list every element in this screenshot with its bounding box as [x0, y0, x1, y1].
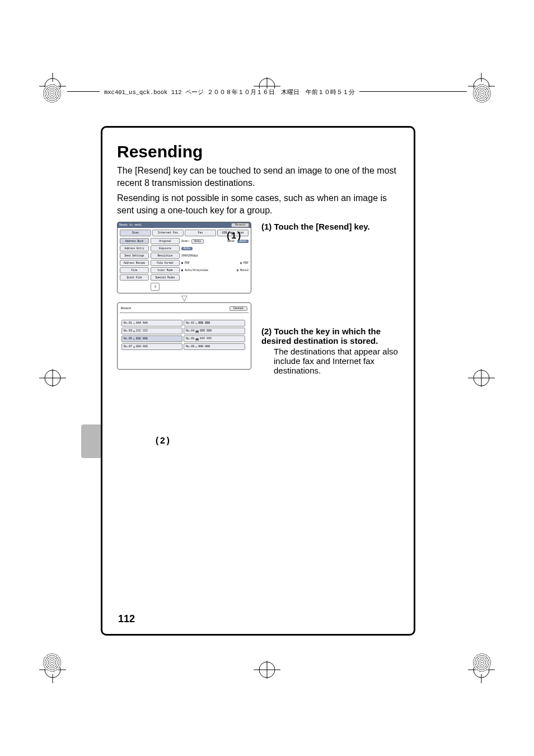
dest-no: No.08 [186, 345, 194, 348]
destination-grid: No.01 ✆ AAA AAANo.02 ✆ BBB BBBNo.03 ✉ CC… [120, 313, 249, 367]
exposure-button[interactable]: Exposure [151, 245, 180, 251]
tab-fax[interactable]: Fax [185, 230, 216, 236]
destination-item[interactable]: No.06 📠 FFF FFF [184, 335, 245, 342]
destination-item[interactable]: No.05 ✆ EEE EEE [121, 335, 182, 342]
header-filename: mxc401_us_qck.book 112 ページ ２００８年１０月１６日 木… [100, 88, 359, 96]
color-mode-value-1: Auto/Grayscale [185, 269, 208, 272]
color-icon: ▦ [181, 268, 183, 272]
page-frame: Resending The [Resend] key can be touche… [101, 126, 415, 636]
pdf-color-icon: ▦ [181, 261, 183, 265]
fax-icon: 📠 [195, 337, 199, 341]
dest-name: GGG GGG [136, 345, 148, 348]
dest-no: No.05 [124, 337, 132, 340]
page-title: Resending [117, 142, 399, 161]
file-button[interactable]: File [120, 267, 149, 273]
registration-mark [43, 653, 62, 672]
crop-mark [39, 365, 66, 391]
destination-item[interactable]: No.07 ✉ GGG GGG [121, 343, 182, 350]
file-format-value-1: PDF [185, 262, 190, 265]
status-bar: Ready to send. Resend [118, 222, 251, 228]
dest-no: No.06 [186, 337, 194, 340]
dest-name: BBB BBB [198, 321, 210, 325]
step-2-label: (2) Touch the key in which the desired d… [261, 326, 381, 346]
file-format-button[interactable]: File Format [151, 260, 180, 266]
dest-no: No.03 [124, 329, 132, 333]
tab-scan[interactable]: Scan [120, 230, 151, 236]
scan-label: Scan: [181, 240, 190, 243]
send-screen-panel: Ready to send. Resend (1) Scan Internet … [117, 222, 251, 293]
tab-internet-fax[interactable]: Internet Fax [152, 230, 184, 236]
mail-icon: ✉ [133, 329, 135, 333]
crop-mark [468, 365, 495, 391]
destination-item[interactable]: No.02 ✆ BBB BBB [184, 320, 245, 326]
color-mode-value-2: Mono2 [240, 269, 249, 272]
side-tab [81, 424, 101, 458]
color-mode-button[interactable]: Color Mode [151, 267, 180, 273]
address-review-button[interactable]: Address Review [120, 260, 149, 266]
phone-icon: ✆ [195, 321, 197, 325]
status-text: Ready to send. [119, 223, 143, 227]
preview-icon[interactable]: ⎙ [151, 283, 160, 291]
pdf-mono-icon: ▥ [240, 261, 242, 265]
resend-title: Resend [121, 307, 131, 310]
address-entry-button[interactable]: Address Entry [120, 245, 149, 251]
mono-icon: ▥ [237, 268, 238, 272]
callout-1: (1) [226, 231, 242, 241]
resolution-value: 200X200dpi [181, 254, 198, 258]
send-settings-button[interactable]: Send Settings [120, 253, 149, 259]
mail-icon: ✉ [133, 345, 135, 349]
callout-2: (2) [154, 436, 171, 446]
fax-icon: 📠 [195, 329, 199, 333]
destination-item[interactable]: No.03 ✉ CCC CCC [121, 328, 182, 334]
dest-name: FFF FFF [200, 337, 212, 340]
dest-name: AAA AAA [136, 321, 148, 325]
resend-button[interactable]: Resend [231, 223, 249, 227]
dest-name: HHH HHH [198, 345, 210, 348]
phone-icon: ✆ [133, 321, 135, 325]
resend-list-panel: Resend Cancel (2) No.01 ✆ AAA AAANo.02 ✆… [117, 302, 251, 370]
flow-arrow-icon: ▽ [117, 295, 251, 301]
cancel-button[interactable]: Cancel [229, 306, 247, 311]
dest-no: No.01 [124, 321, 132, 325]
registration-mark [472, 653, 491, 672]
dest-name: EEE EEE [136, 337, 148, 340]
intro-paragraph-2: Resending is not possible in some cases,… [117, 192, 399, 216]
dest-name: DDD DDD [200, 329, 212, 333]
intro-paragraph-1: The [Resend] key can be touched to send … [117, 165, 399, 189]
dest-name: CCC CCC [136, 329, 148, 333]
special-modes-button[interactable]: Special Modes [151, 274, 180, 281]
page-number: 112 [118, 613, 135, 625]
registration-mark [472, 84, 491, 103]
address-book-button[interactable]: Address Book [120, 238, 149, 244]
phone-icon: ✆ [195, 345, 197, 349]
step-2-description: The destinations that appear also includ… [274, 347, 399, 375]
dest-no: No.07 [124, 345, 132, 348]
destination-item[interactable]: No.04 📠 DDD DDD [184, 328, 245, 334]
dest-no: No.04 [186, 329, 194, 333]
destination-item[interactable]: No.08 ✆ HHH HHH [184, 343, 245, 350]
original-button[interactable]: Original [151, 238, 180, 244]
file-format-value-2: PDF [243, 262, 249, 265]
phone-icon: ✆ [133, 337, 135, 341]
crop-mark [254, 656, 280, 683]
dest-no: No.02 [186, 321, 194, 325]
resolution-button[interactable]: Resolution [151, 253, 180, 259]
scan-value: Auto [191, 239, 204, 244]
destination-item[interactable]: No.01 ✆ AAA AAA [121, 320, 182, 326]
exposure-value: Auto [181, 247, 193, 250]
registration-mark [43, 84, 62, 103]
step-1-label: (1) Touch the [Resend] key. [261, 222, 370, 231]
quick-file-button[interactable]: Quick File [120, 274, 149, 281]
